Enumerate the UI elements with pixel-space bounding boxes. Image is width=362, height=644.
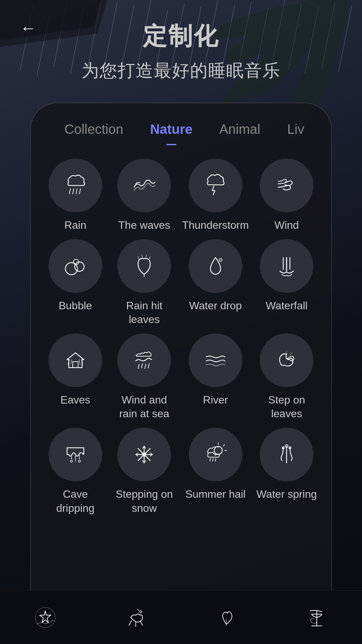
sound-icon-eaves	[49, 333, 102, 387]
sound-item-water-spring[interactable]: Water spring	[255, 428, 318, 515]
back-button[interactable]: ←	[20, 20, 36, 36]
svg-line-72	[223, 445, 225, 446]
sound-icon-bubble	[49, 239, 102, 293]
svg-line-43	[71, 360, 72, 364]
sound-icon-wind	[260, 159, 313, 212]
sound-icon-cave-dripping	[49, 428, 102, 481]
svg-line-28	[79, 189, 80, 194]
svg-line-36	[149, 257, 150, 259]
sound-icon-river	[189, 333, 242, 387]
svg-line-76	[215, 459, 216, 461]
svg-point-56	[78, 460, 80, 462]
svg-point-37	[219, 259, 222, 261]
svg-line-48	[145, 364, 146, 369]
sound-grid: Rain The waves	[31, 145, 331, 643]
svg-line-82	[137, 609, 139, 610]
sound-label-waterfall: Waterfall	[266, 299, 308, 313]
bottom-nav	[0, 590, 362, 644]
sound-label-summer-hail: Summer hail	[185, 487, 246, 501]
sound-icon-waves	[117, 159, 171, 212]
svg-line-34	[142, 255, 142, 258]
svg-rect-41	[73, 362, 78, 368]
sound-icon-snow	[117, 428, 171, 481]
tab-bar: Collection Nature Animal Liv	[31, 103, 331, 145]
sound-label-cave-dripping: Cave dripping	[44, 487, 107, 515]
svg-line-74	[210, 459, 210, 461]
sound-label-bubble: Bubble	[59, 299, 92, 313]
sound-item-bubble[interactable]: Bubble	[44, 239, 107, 327]
sound-label-wind: Wind	[275, 218, 299, 232]
sound-icon-waterfall	[260, 239, 313, 293]
tab-animal[interactable]: Animal	[206, 117, 274, 145]
sound-item-cave-dripping[interactable]: Cave dripping	[44, 428, 107, 515]
sound-icon-water-spring	[260, 428, 313, 481]
svg-line-44	[79, 360, 80, 364]
sound-label-wind-rain-sea: Wind and rain at sea	[113, 393, 176, 421]
sound-item-waterfall[interactable]: Waterfall	[255, 239, 318, 327]
svg-line-26	[73, 189, 74, 194]
svg-point-55	[70, 460, 72, 462]
svg-point-80	[35, 607, 55, 628]
sound-item-water-drop[interactable]: Water drop	[182, 239, 249, 327]
page-content: ← 定制化 为您打造最好的睡眠音乐 Collection Nature Anim…	[0, 0, 362, 644]
header: ← 定制化 为您打造最好的睡眠音乐	[0, 0, 362, 89]
sound-label-water-spring: Water spring	[256, 487, 317, 501]
sound-icon-step-leaves	[260, 333, 313, 387]
phone-frame: Collection Nature Animal Liv	[30, 103, 332, 644]
sound-label-waves: The waves	[118, 218, 170, 232]
sound-icon-rain	[49, 159, 102, 212]
page-subtitle: 为您打造最好的睡眠音乐	[20, 59, 342, 83]
sound-item-waves[interactable]: The waves	[113, 159, 176, 232]
sound-item-thunderstorm[interactable]: Thunderstorm	[182, 159, 249, 232]
sound-icon-thunderstorm	[189, 159, 242, 212]
nav-item-sleep[interactable]	[124, 606, 147, 629]
nav-item-favorites[interactable]	[34, 606, 57, 629]
svg-line-27	[76, 189, 77, 194]
sound-icon-rain-leaves	[117, 239, 171, 293]
nav-item-relax[interactable]	[215, 606, 238, 629]
sound-label-snow: Stepping on snow	[113, 487, 176, 515]
tab-collection[interactable]: Collection	[51, 117, 137, 145]
sound-label-rain: Rain	[64, 218, 86, 232]
sound-icon-wind-rain-sea	[117, 333, 171, 387]
svg-line-51	[290, 353, 292, 355]
sound-label-rain-leaves: Rain hit leaves	[113, 299, 176, 327]
sound-item-summer-hail[interactable]: Summer hail	[182, 428, 249, 515]
sound-label-river: River	[203, 393, 228, 407]
sound-icon-summer-hail	[189, 428, 242, 481]
svg-line-49	[148, 364, 149, 368]
sound-label-thunderstorm: Thunderstorm	[182, 218, 249, 232]
sound-item-step-leaves[interactable]: Step on leaves	[255, 333, 318, 421]
sound-item-rain-leaves[interactable]: Rain hit leaves	[113, 239, 176, 327]
svg-line-25	[69, 189, 70, 194]
svg-line-75	[213, 459, 213, 461]
svg-point-70	[214, 446, 222, 454]
svg-line-46	[138, 364, 139, 369]
svg-line-33	[138, 257, 139, 259]
sound-item-rain[interactable]: Rain	[44, 159, 107, 232]
sound-item-wind[interactable]: Wind	[255, 159, 318, 232]
sound-item-snow[interactable]: Stepping on snow	[113, 428, 176, 515]
sound-item-wind-rain-sea[interactable]: Wind and rain at sea	[113, 333, 176, 421]
svg-point-81	[140, 611, 142, 613]
sound-icon-water-drop	[189, 239, 242, 293]
svg-line-47	[141, 364, 142, 368]
sound-label-water-drop: Water drop	[189, 299, 242, 313]
svg-point-30	[75, 262, 84, 271]
page-title: 定制化	[20, 20, 342, 52]
sound-label-eaves: Eaves	[60, 393, 90, 407]
sound-label-step-leaves: Step on leaves	[255, 393, 318, 421]
tab-living[interactable]: Liv	[274, 117, 318, 145]
sound-item-river[interactable]: River	[182, 333, 249, 421]
nav-item-nature[interactable]	[305, 606, 328, 629]
tab-nature[interactable]: Nature	[137, 117, 206, 145]
svg-line-35	[146, 255, 146, 258]
sound-item-eaves[interactable]: Eaves	[44, 333, 107, 421]
